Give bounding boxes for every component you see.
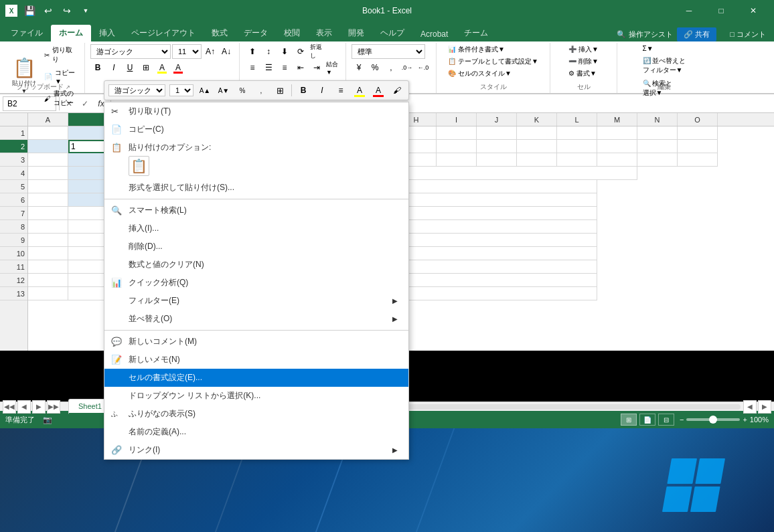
mini-paint-button[interactable]: 🖌: [390, 83, 404, 98]
cell-M3[interactable]: [597, 153, 637, 167]
decrease-decimal-button[interactable]: ←.0: [416, 60, 431, 75]
tab-file[interactable]: ファイル: [3, 25, 51, 41]
cell-I3[interactable]: [437, 153, 477, 167]
tab-developer[interactable]: 開発: [340, 25, 372, 41]
tab-review[interactable]: 校閲: [276, 25, 308, 41]
cell-O2[interactable]: [678, 140, 718, 153]
row-header-13[interactable]: 13: [0, 287, 27, 300]
cell-K1[interactable]: [517, 126, 557, 140]
sheet-nav-right[interactable]: ▶▶: [47, 400, 60, 414]
align-center-button[interactable]: ☰: [261, 60, 276, 75]
ctx-new-note[interactable]: 📝 新しいメモ(N): [104, 351, 408, 369]
bold-button[interactable]: B: [90, 60, 105, 75]
row-header-12[interactable]: 12: [0, 274, 27, 287]
cell-A2[interactable]: [28, 140, 68, 153]
row-header-9[interactable]: 9: [0, 234, 27, 247]
ctx-paste-special[interactable]: 形式を選択して貼り付け(S)...: [104, 179, 408, 197]
align-middle-button[interactable]: ↕: [261, 44, 276, 59]
ctx-paste-icon-area[interactable]: 📋: [104, 155, 408, 179]
redo-button[interactable]: ↪: [59, 3, 75, 18]
cell-K3[interactable]: [517, 153, 557, 167]
cell-A1[interactable]: [28, 126, 68, 140]
corner-cell[interactable]: [0, 113, 28, 126]
format-as-table-button[interactable]: 📋 テーブルとして書式設定▼: [447, 56, 540, 67]
text-rotate-button[interactable]: ⟳: [293, 44, 308, 59]
cell-A6[interactable]: [28, 193, 68, 207]
align-top-button[interactable]: ⬆: [245, 44, 260, 59]
confirm-formula-icon[interactable]: ✓: [78, 97, 92, 110]
ctx-quick-analysis[interactable]: 📊 クイック分析(Q): [104, 274, 408, 292]
tab-insert[interactable]: 挿入: [91, 25, 123, 41]
cell-A11[interactable]: [28, 260, 68, 274]
align-right-button[interactable]: ≡: [277, 60, 292, 75]
autosum-button[interactable]: Σ▼: [640, 44, 656, 53]
mini-toolbar-size-select[interactable]: 11: [169, 84, 194, 96]
cell-M2[interactable]: [597, 140, 637, 153]
row-header-3[interactable]: 3: [0, 153, 27, 167]
mini-comma-button[interactable]: ,: [254, 83, 268, 98]
mini-toolbar-font-select[interactable]: 游ゴシック: [108, 84, 165, 96]
close-button[interactable]: ✕: [738, 0, 769, 21]
cell-L3[interactable]: [557, 153, 597, 167]
page-break-view-button[interactable]: ⊟: [658, 414, 674, 426]
mini-font-color-button[interactable]: A: [371, 83, 386, 98]
ctx-dropdown-list[interactable]: ドロップダウン リストから選択(K)...: [104, 387, 408, 405]
ctx-copy[interactable]: 📄 コピー(C): [104, 120, 408, 139]
cell-J2[interactable]: [477, 140, 517, 153]
ctx-delete[interactable]: 削除(D)...: [104, 238, 408, 256]
cell-A10[interactable]: [28, 247, 68, 260]
mini-italic-button[interactable]: I: [315, 83, 329, 98]
tab-home[interactable]: ホーム: [51, 25, 91, 41]
number-format-select[interactable]: 標準: [352, 44, 425, 59]
cell-O3[interactable]: [678, 153, 718, 167]
font-name-select[interactable]: 游ゴシック: [90, 44, 171, 59]
zoom-thumb[interactable]: [709, 416, 717, 424]
zoom-slider[interactable]: [686, 418, 740, 421]
mini-border-button[interactable]: ⊞: [273, 83, 287, 98]
row-header-7[interactable]: 7: [0, 207, 27, 220]
cell-N3[interactable]: [637, 153, 678, 167]
ctx-furigana[interactable]: ふ ふりがなの表示(S): [104, 405, 408, 423]
tab-team[interactable]: チーム: [456, 25, 496, 41]
border-button[interactable]: ⊞: [139, 60, 153, 75]
tab-help[interactable]: ヘルプ: [372, 25, 412, 41]
mini-decrease-font-button[interactable]: A▼: [216, 83, 231, 98]
zoom-out-button[interactable]: −: [680, 416, 684, 424]
cell-A5[interactable]: [28, 180, 68, 193]
cell-J1[interactable]: [477, 126, 517, 140]
mini-bold-button[interactable]: B: [296, 83, 311, 98]
ctx-clear[interactable]: 数式と値のクリア(N): [104, 256, 408, 274]
row-header-6[interactable]: 6: [0, 193, 27, 207]
ctx-hyperlink[interactable]: 🔗 リンク(I) ▶: [104, 441, 408, 459]
decrease-indent-button[interactable]: ⇤: [293, 60, 308, 75]
cell-L2[interactable]: [557, 140, 597, 153]
cell-A9[interactable]: [28, 234, 68, 247]
cell-A3[interactable]: [28, 153, 68, 167]
minimize-button[interactable]: ─: [674, 0, 704, 21]
underline-button[interactable]: U: [123, 60, 137, 75]
cell-K2[interactable]: [517, 140, 557, 153]
col-header-N[interactable]: N: [637, 113, 678, 126]
col-header-O[interactable]: O: [678, 113, 718, 126]
sheet-nav-left[interactable]: ◀◀: [3, 400, 16, 414]
ctx-insert[interactable]: 挿入(I)...: [104, 219, 408, 238]
increase-decimal-button[interactable]: .0→: [400, 60, 414, 75]
mini-percent-button[interactable]: %: [235, 83, 250, 98]
col-header-I[interactable]: I: [437, 113, 477, 126]
scroll-right-button[interactable]: ▶: [758, 400, 771, 414]
ctx-filter[interactable]: フィルター(E) ▶: [104, 292, 408, 310]
comma-button[interactable]: ,: [384, 60, 398, 75]
mini-increase-font-button[interactable]: A▲: [198, 83, 212, 98]
sheet-nav-prev[interactable]: ◀: [17, 400, 31, 414]
align-bottom-button[interactable]: ⬇: [277, 44, 292, 59]
ctx-format-cells[interactable]: セルの書式設定(E)...: [104, 369, 408, 387]
cut-button[interactable]: ✂切り取り: [42, 44, 79, 66]
increase-font-button[interactable]: A↑: [203, 44, 218, 59]
wrap-text-button[interactable]: 折返し: [309, 44, 324, 59]
col-header-M[interactable]: M: [597, 113, 637, 126]
row-header-4[interactable]: 4: [0, 167, 27, 180]
customize-button[interactable]: ▼: [78, 3, 94, 18]
sort-filter-button[interactable]: 🔃 並べ替えとフィルター▼: [640, 56, 689, 76]
delete-cells-button[interactable]: ➖ 削除▼: [566, 56, 601, 67]
currency-button[interactable]: ¥: [352, 60, 366, 75]
